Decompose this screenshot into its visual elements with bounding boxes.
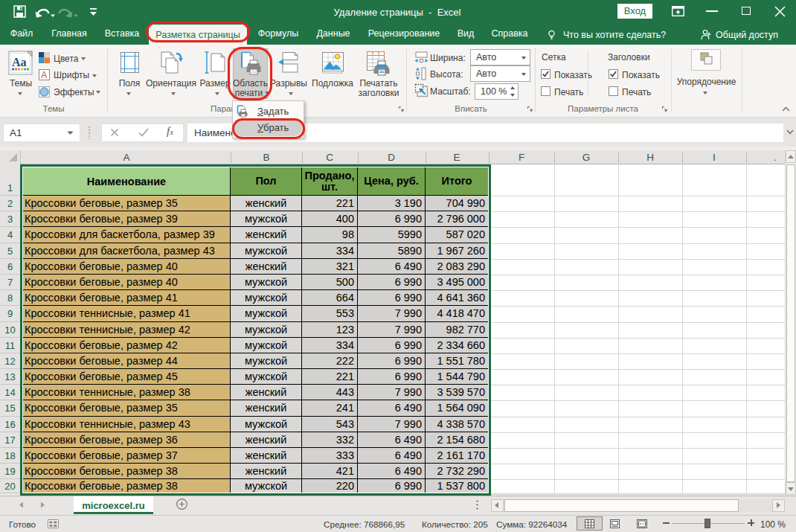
svg-text:A: A [41, 70, 47, 80]
svg-text:Aa: Aa [12, 56, 27, 68]
